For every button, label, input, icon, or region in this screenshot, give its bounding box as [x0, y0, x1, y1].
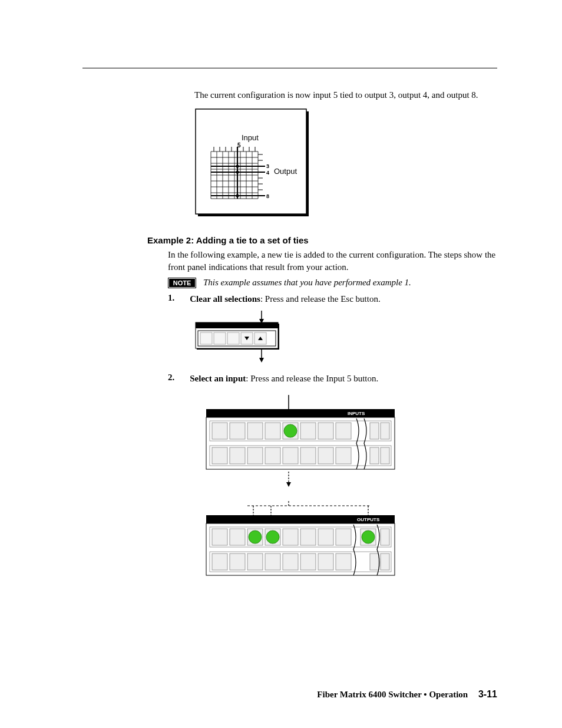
svg-rect-1	[196, 109, 306, 214]
example-heading: Example 2: Adding a tie to a set of ties	[147, 235, 497, 245]
svg-rect-111	[381, 529, 389, 545]
out-3: 3	[266, 163, 269, 169]
svg-rect-114	[247, 554, 263, 570]
svg-rect-105	[283, 529, 298, 545]
svg-rect-80	[300, 447, 316, 464]
svg-rect-106	[300, 529, 316, 545]
svg-rect-51	[227, 332, 239, 344]
note-row: NOTE This example assumes that you have …	[168, 278, 497, 288]
svg-rect-70	[300, 423, 316, 439]
svg-rect-71	[318, 423, 333, 439]
page-footer: Fiber Matrix 6400 Switcher • Operation 3…	[317, 689, 497, 700]
svg-rect-47	[196, 322, 278, 328]
top-rule	[82, 68, 497, 68]
svg-point-42	[236, 195, 239, 197]
svg-rect-83	[370, 447, 379, 464]
outputs-panel-figure: OUTPUTS	[194, 501, 497, 592]
svg-rect-120	[370, 554, 379, 570]
svg-rect-108	[336, 529, 351, 545]
inputs-label: INPUTS	[348, 411, 365, 416]
step-1: 1. Clear all selections: Press and relea…	[168, 293, 497, 305]
svg-rect-49	[200, 332, 212, 344]
input-label: Input	[242, 133, 259, 142]
svg-rect-107	[318, 529, 333, 545]
inputs-panel-figure: INPUTS	[194, 395, 497, 498]
svg-rect-75	[212, 447, 227, 464]
step-1-text: Clear all selections: Press and release …	[190, 293, 497, 305]
note-badge: NOTE	[168, 278, 196, 288]
footer-product: Fiber Matrix 6400 Switcher • Operation	[317, 690, 468, 699]
step-2-num: 2.	[168, 373, 174, 384]
svg-point-110	[362, 531, 375, 543]
example-paragraph: In the following example, a new tie is a…	[168, 249, 497, 273]
svg-rect-74	[381, 423, 389, 439]
svg-rect-81	[318, 447, 333, 464]
svg-rect-66	[247, 423, 263, 439]
svg-rect-84	[381, 447, 389, 464]
footer-page-number: 3-11	[478, 689, 497, 699]
svg-marker-57	[259, 358, 264, 363]
esc-panel-figure	[194, 311, 497, 369]
svg-rect-64	[212, 423, 227, 439]
svg-rect-77	[247, 447, 263, 464]
step-1-num: 1.	[168, 293, 174, 305]
svg-rect-112	[212, 554, 227, 570]
svg-rect-99	[212, 529, 227, 545]
matrix-figure: Input 5	[194, 108, 497, 222]
svg-rect-119	[336, 554, 351, 570]
svg-rect-121	[381, 554, 389, 570]
svg-point-104	[266, 531, 279, 543]
svg-rect-60	[206, 409, 395, 417]
intro-paragraph: The current configuration is now input 5…	[194, 89, 497, 101]
svg-rect-76	[230, 447, 245, 464]
svg-point-69	[284, 424, 297, 437]
svg-rect-67	[265, 423, 280, 439]
note-text: This example assumes that you have perfo…	[203, 278, 411, 288]
svg-rect-72	[336, 423, 351, 439]
step-2: 2. Select an input: Press and release th…	[168, 373, 497, 384]
out-8: 8	[266, 193, 269, 199]
svg-rect-50	[214, 332, 226, 344]
svg-rect-65	[230, 423, 245, 439]
svg-point-102	[249, 531, 262, 543]
svg-rect-73	[370, 423, 379, 439]
svg-rect-116	[283, 554, 298, 570]
svg-rect-78	[265, 447, 280, 464]
out-4: 4	[266, 170, 269, 176]
outputs-label: OUTPUTS	[357, 517, 380, 522]
svg-rect-100	[230, 529, 245, 545]
svg-rect-117	[300, 554, 316, 570]
svg-point-40	[236, 165, 239, 168]
svg-rect-113	[230, 554, 245, 570]
svg-rect-118	[318, 554, 333, 570]
svg-rect-82	[336, 447, 351, 464]
step-2-text: Select an input: Press and release the I…	[190, 373, 497, 384]
svg-rect-79	[283, 447, 298, 464]
svg-point-41	[236, 171, 239, 174]
output-label: Output	[274, 167, 297, 176]
svg-rect-115	[265, 554, 280, 570]
svg-marker-86	[286, 482, 291, 487]
